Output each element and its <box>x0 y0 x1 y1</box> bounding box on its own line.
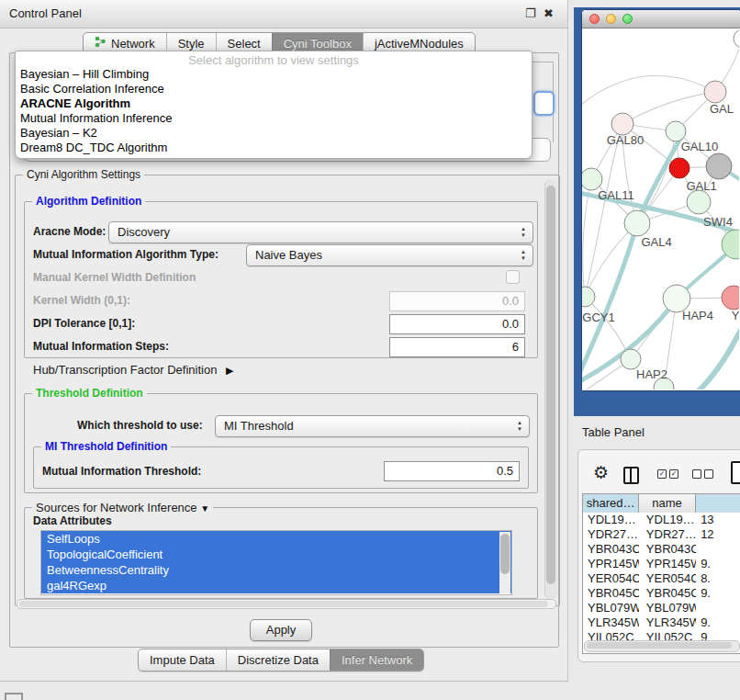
checked-checkbox-icon[interactable]: ✓ <box>657 469 667 479</box>
table-row[interactable]: YPR145WYPR145W9. <box>583 557 740 571</box>
dpi-tolerance-field[interactable]: 0.0 <box>389 314 525 334</box>
tab-discretize-data[interactable]: Discretize Data <box>226 649 330 671</box>
network-edge <box>585 124 622 297</box>
node-label: GAL80 <box>607 133 644 147</box>
table-cell: 9. <box>696 615 740 630</box>
mi-type-combo[interactable]: Naive Bayes ▲▼ <box>246 244 533 266</box>
column-header[interactable]: shared… <box>583 494 639 513</box>
mi-steps-label: Mutual Information Steps: <box>33 340 169 353</box>
network-window-titlebar[interactable] <box>582 10 740 28</box>
attribute-item[interactable]: SelfLoops <box>41 531 511 547</box>
table-cell: YBL079W <box>639 601 696 615</box>
data-attributes-list: SelfLoopsTopologicalCoefficientBetweenne… <box>40 530 512 595</box>
expanded-arrow-icon: ▼ <box>200 503 209 514</box>
hub-definition-expander[interactable]: Hub/Transcription Factor Definition ▶ <box>33 363 233 377</box>
attribute-item[interactable]: BetweennessCentrality <box>41 562 511 578</box>
algorithm-option[interactable]: Bayesian – K2 <box>16 126 532 141</box>
network-node-gal1[interactable] <box>687 190 711 214</box>
node-label: GAL4 <box>641 235 671 249</box>
table-row[interactable]: YER054CYER054C8. <box>583 571 740 586</box>
inference-algorithm-combo-fragment[interactable] <box>533 91 555 116</box>
list-vertical-scrollbar[interactable] <box>499 532 510 593</box>
dock-icon-partial[interactable] <box>5 693 23 700</box>
network-node-gal11[interactable] <box>582 168 602 190</box>
network-canvas[interactable]: GALGAL80GAL10GAL1GAL11SWI4GAL4HAP4YGCY1H… <box>582 28 739 390</box>
table-row[interactable]: YDR27…YDR27…12 <box>583 527 740 542</box>
table-cell: YBL079W <box>583 601 639 615</box>
scrollbar-thumb[interactable] <box>546 186 555 584</box>
network-node[interactable] <box>706 153 732 179</box>
scrollbar-thumb[interactable] <box>500 534 510 574</box>
algorithm-option[interactable]: ARACNE Algorithm <box>16 96 532 111</box>
which-threshold-value: MI Threshold <box>224 419 294 433</box>
control-panel-titlebar: Control Panel ❐ ✖ <box>0 0 567 28</box>
network-node-y[interactable] <box>722 286 739 310</box>
close-icon[interactable]: ✖ <box>544 6 554 20</box>
scrollbar-thumb[interactable] <box>587 642 732 649</box>
network-node-gcy1[interactable] <box>582 287 595 307</box>
tab-infer-network[interactable]: Infer Network <box>330 649 423 671</box>
sources-title: Sources for Network Inference <box>36 501 197 514</box>
apply-button[interactable]: Apply <box>250 619 312 641</box>
tab-impute-data[interactable]: Impute Data <box>139 649 226 671</box>
node-label: GAL10 <box>681 140 718 153</box>
minimize-traffic-light[interactable] <box>606 14 616 24</box>
which-threshold-combo[interactable]: MI Threshold ▲▼ <box>215 415 530 437</box>
attribute-item[interactable]: TopologicalCoefficient <box>41 547 511 562</box>
algorithm-option[interactable]: Basic Correlation Inference <box>16 82 532 96</box>
sources-expander[interactable]: Sources for Network Inference ▼ <box>32 501 213 514</box>
node-label: SWI4 <box>703 215 733 229</box>
network-node-gal10[interactable] <box>666 121 686 141</box>
node-label: Y <box>732 309 739 322</box>
close-traffic-light[interactable] <box>589 14 600 24</box>
unchecked-checkbox-icon[interactable] <box>704 469 713 479</box>
stepper-arrows-icon: ▲▼ <box>521 249 526 262</box>
network-node-gal4[interactable] <box>624 210 650 236</box>
settings-horizontal-scrollbar[interactable] <box>17 599 556 609</box>
table-row[interactable]: YLR345WYLR345W9. <box>583 615 740 630</box>
gear-icon[interactable]: ⚙ <box>593 463 609 483</box>
algorithm-list: Bayesian – Hill ClimbingBasic Correlatio… <box>16 67 532 155</box>
algorithm-option[interactable]: Bayesian – Hill Climbing <box>16 67 532 82</box>
columns-icon[interactable] <box>623 467 639 484</box>
algorithm-option[interactable]: Mutual Information Inference <box>16 111 532 126</box>
tab-label: Discretize Data <box>238 649 319 671</box>
network-node[interactable] <box>734 29 739 48</box>
table-cell <box>696 601 740 615</box>
scrollbar-thumb[interactable] <box>19 601 548 607</box>
table-row[interactable]: YBR043CYBR043C <box>583 542 740 557</box>
node-label: HAP4 <box>682 309 713 322</box>
aracne-mode-combo[interactable]: Discovery ▲▼ <box>108 221 533 243</box>
algorithm-definition-title: Algorithm Definition <box>32 195 145 208</box>
checked-checkbox-icon[interactable]: ✓ <box>669 469 678 479</box>
table-horizontal-scrollbar[interactable] <box>584 640 740 652</box>
kernel-width-label: Kernel Width (0,1): <box>33 294 130 307</box>
table-row[interactable]: YBR045CYBR045C9. <box>583 586 740 601</box>
table-cell: 8. <box>696 571 740 586</box>
column-header[interactable] <box>696 494 740 513</box>
attribute-item[interactable]: gal4RGexp <box>41 578 511 593</box>
table-row[interactable]: YDL19…YDL19…13 <box>583 513 740 527</box>
popup-prompt: Select algorithm to view settings <box>16 53 532 67</box>
float-window-icon[interactable]: ❐ <box>525 6 536 20</box>
network-node[interactable] <box>669 158 690 178</box>
aracne-mode-value: Discovery <box>118 225 170 239</box>
control-panel: Control Panel ❐ ✖ NetworkStyleSelectCyni… <box>0 0 568 682</box>
table-cell: YER054C <box>639 571 696 586</box>
zoom-traffic-light[interactable] <box>622 14 633 24</box>
mi-type-label: Mutual Information Algorithm Type: <box>33 248 219 261</box>
network-node-gal80[interactable] <box>611 113 633 135</box>
table-cell: YDL19… <box>583 513 639 527</box>
algorithm-option[interactable]: Dream8 DC_TDC Algorithm <box>16 141 532 155</box>
network-node-gal[interactable] <box>704 81 726 103</box>
table-row[interactable]: YBL079WYBL079W <box>583 601 740 615</box>
column-header[interactable]: name <box>639 494 696 513</box>
settings-vertical-scrollbar[interactable] <box>544 180 557 599</box>
mi-steps-field[interactable]: 6 <box>389 337 525 357</box>
network-node-hap2[interactable] <box>621 349 641 369</box>
unchecked-checkbox-icon[interactable] <box>692 469 701 479</box>
data-attributes-label: Data Attributes <box>33 514 112 527</box>
table-cell <box>696 542 740 557</box>
mi-threshold-field[interactable]: 0.5 <box>384 461 520 481</box>
page-icon-partial[interactable] <box>731 461 740 484</box>
